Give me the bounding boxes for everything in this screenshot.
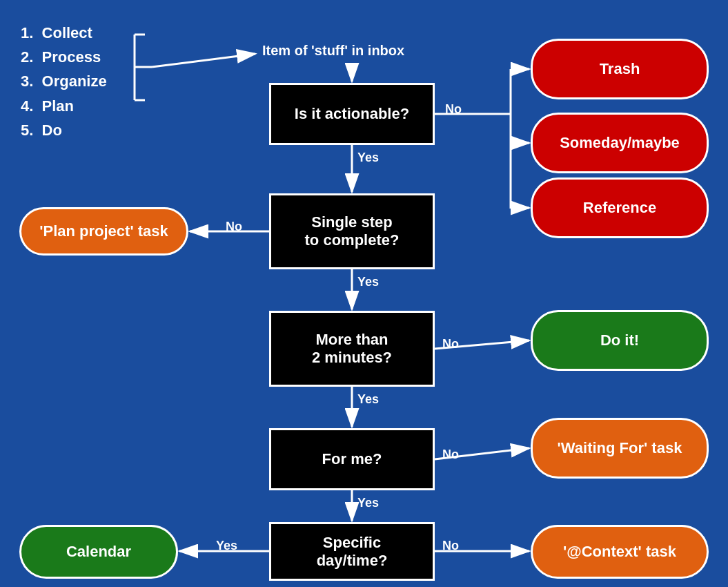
step-4: 4. Plan: [21, 94, 107, 118]
do-it-pill: Do it!: [531, 310, 709, 371]
no-label-single: No: [226, 220, 242, 234]
no-label-specific: No: [442, 539, 459, 553]
for-me-box: For me?: [269, 428, 435, 490]
svg-line-5: [152, 54, 255, 67]
yes-label-single: Yes: [357, 275, 379, 289]
context-task-pill: '@Context' task: [531, 525, 709, 579]
step-1: 1. Collect: [21, 21, 107, 45]
yes-label-specific: Yes: [216, 539, 237, 553]
plan-project-pill: 'Plan project' task: [19, 207, 188, 256]
no-label-for-me: No: [442, 448, 459, 462]
step-2: 2. Process: [21, 45, 107, 69]
inbox-label: Item of 'stuff' in inbox: [262, 43, 404, 59]
trash-pill: Trash: [531, 39, 709, 99]
specific-box: Specificday/time?: [269, 522, 435, 581]
yes-label-more-than: Yes: [357, 392, 379, 407]
reference-pill: Reference: [531, 177, 709, 238]
waiting-for-pill: 'Waiting For' task: [531, 418, 709, 479]
more-than-box: More than2 minutes?: [269, 311, 435, 387]
calendar-pill: Calendar: [19, 525, 178, 579]
single-step-box: Single stepto complete?: [269, 193, 435, 269]
yes-label-actionable: Yes: [357, 151, 379, 165]
no-label-actionable: No: [445, 102, 462, 117]
no-label-more-than: No: [442, 337, 459, 352]
someday-pill: Someday/maybe: [531, 113, 709, 173]
steps-list: 1. Collect 2. Process 3. Organize 4. Pla…: [21, 21, 107, 142]
step-5: 5. Do: [21, 118, 107, 142]
actionable-box: Is it actionable?: [269, 83, 435, 145]
step-3: 3. Organize: [21, 69, 107, 93]
yes-label-for-me: Yes: [357, 496, 379, 510]
